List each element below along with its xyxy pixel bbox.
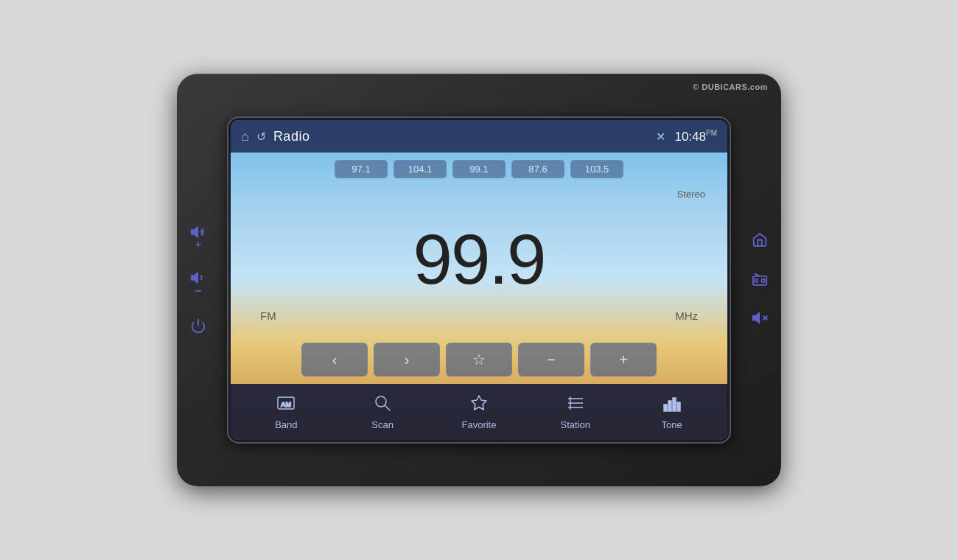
screen-bezel: ⌂ ↺ Radio ✕ 10:48PM 97.1104.199.187.6103… bbox=[228, 118, 730, 442]
time-display: 10:48PM bbox=[674, 129, 717, 144]
svg-marker-2 bbox=[192, 273, 197, 283]
svg-rect-23 bbox=[664, 405, 667, 411]
controls-row: ‹ › ☆ − + bbox=[231, 343, 727, 384]
header: ⌂ ↺ Radio ✕ 10:48PM bbox=[231, 120, 727, 153]
preset-station-104.1[interactable]: 104.1 bbox=[394, 160, 447, 178]
svg-marker-16 bbox=[472, 396, 486, 410]
car-unit: © DUBICARS.com + − bbox=[177, 74, 781, 486]
svg-point-14 bbox=[376, 396, 386, 407]
unit-label: MHz bbox=[675, 309, 698, 322]
favorite-icon bbox=[469, 393, 489, 416]
radio-button-right[interactable] bbox=[752, 271, 768, 290]
stereo-label: Stereo bbox=[677, 189, 705, 200]
close-button[interactable]: ✕ bbox=[656, 130, 665, 144]
band-nav-label: Band bbox=[275, 419, 297, 430]
next-button[interactable]: › bbox=[374, 343, 440, 377]
screen: ⌂ ↺ Radio ✕ 10:48PM 97.1104.199.187.6103… bbox=[231, 120, 727, 440]
scan-nav-label: Scan bbox=[371, 419, 394, 430]
favorite-nav-label: Favorite bbox=[462, 419, 497, 430]
preset-station-103.5[interactable]: 103.5 bbox=[570, 160, 623, 178]
prev-button[interactable]: ‹ bbox=[301, 343, 368, 377]
nav-scan[interactable]: Scan bbox=[353, 393, 412, 430]
back-icon[interactable]: ↺ bbox=[256, 130, 266, 144]
tone-icon bbox=[662, 393, 682, 416]
svg-marker-0 bbox=[192, 228, 197, 237]
svg-marker-9 bbox=[753, 313, 759, 323]
band-icon: AM bbox=[276, 393, 296, 416]
vol-down-button[interactable]: − bbox=[190, 270, 206, 297]
svg-text:AM: AM bbox=[281, 401, 291, 408]
presets-row: 97.1104.199.187.6103.5 bbox=[231, 153, 727, 183]
side-buttons-left: + − bbox=[190, 224, 206, 336]
svg-line-15 bbox=[385, 405, 391, 410]
nav-station[interactable]: Station bbox=[546, 393, 605, 430]
band-label: FM bbox=[260, 309, 276, 322]
preset-station-97.1[interactable]: 97.1 bbox=[335, 160, 388, 178]
header-title: Radio bbox=[273, 129, 310, 144]
nav-favorite[interactable]: Favorite bbox=[450, 393, 508, 430]
nav-tone[interactable]: Tone bbox=[643, 393, 702, 430]
bottom-nav: AM Band Scan bbox=[231, 384, 727, 440]
tune-plus-button[interactable]: + bbox=[590, 343, 657, 377]
power-button[interactable] bbox=[190, 318, 206, 336]
frequency-area: Stereo 99.9 FM MHz bbox=[231, 183, 727, 343]
mute-button-right[interactable] bbox=[752, 310, 768, 329]
station-icon bbox=[565, 393, 586, 416]
nav-band[interactable]: AM Band bbox=[256, 393, 315, 430]
svg-rect-26 bbox=[677, 402, 680, 411]
home-icon[interactable]: ⌂ bbox=[241, 129, 249, 144]
svg-rect-25 bbox=[673, 398, 676, 411]
svg-point-5 bbox=[761, 279, 765, 283]
favorite-toggle-button[interactable]: ☆ bbox=[446, 343, 512, 377]
header-right: ✕ 10:48PM bbox=[656, 129, 717, 144]
frequency-display: 99.9 bbox=[413, 224, 545, 295]
header-left: ⌂ ↺ Radio bbox=[241, 129, 310, 144]
tune-minus-button[interactable]: − bbox=[518, 343, 584, 377]
preset-station-87.6[interactable]: 87.6 bbox=[511, 160, 564, 178]
preset-station-99.1[interactable]: 99.1 bbox=[452, 160, 506, 178]
side-buttons-right bbox=[752, 232, 768, 329]
scan-icon bbox=[372, 393, 393, 416]
station-nav-label: Station bbox=[561, 419, 590, 430]
vol-up-button[interactable]: + bbox=[190, 224, 206, 249]
tone-nav-label: Tone bbox=[661, 419, 682, 430]
svg-rect-24 bbox=[668, 401, 671, 411]
home-button-right[interactable] bbox=[752, 232, 768, 251]
watermark: © DUBICARS.com bbox=[693, 83, 768, 91]
